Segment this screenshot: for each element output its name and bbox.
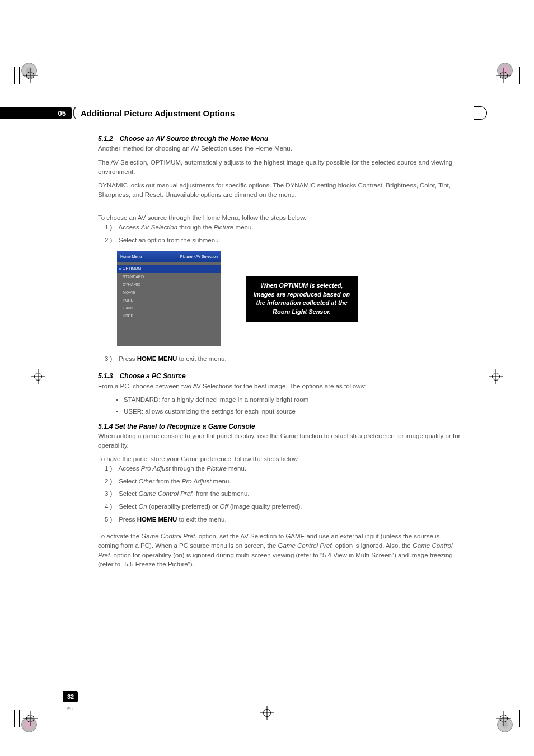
- menu-breadcrumb: Picture › AV Selection: [180, 254, 218, 260]
- step-text: to exit the menu.: [177, 355, 226, 362]
- chapter-number: 05: [58, 109, 66, 118]
- body-text: When adding a game console to your flat …: [98, 431, 462, 450]
- step-text: Press: [119, 355, 137, 362]
- bullet-item: STANDARD: for a highly defined image in …: [116, 395, 462, 405]
- body-text: Game Control Pref.: [141, 533, 196, 539]
- step-text: Press: [119, 516, 137, 523]
- body-text: DYNAMIC locks out manual adjustments for…: [98, 181, 462, 199]
- step-text: menu.: [227, 465, 246, 472]
- body-text: To choose an AV source through the Home …: [98, 213, 462, 223]
- step-text: Select: [119, 490, 138, 497]
- step-text: Pro Adjust: [182, 478, 212, 485]
- section-heading: 5.1.3 Choose a PC Source: [98, 372, 462, 381]
- step-text: menu.: [211, 478, 231, 485]
- header-paren-icon: (: [72, 106, 76, 118]
- step-text: (operability preferred) or: [147, 503, 220, 510]
- page-number-tab: 32: [63, 691, 78, 702]
- step-text: On: [138, 503, 147, 510]
- menu-item: MOVIE: [117, 289, 221, 297]
- menu-title: Home Menu: [120, 254, 142, 260]
- bullet-item: USER: allows customizing the settings fo…: [116, 407, 462, 416]
- body-text: The AV Selection, OPTIMUM, automatically…: [98, 158, 462, 176]
- menu-item: OPTIMUM: [117, 265, 221, 273]
- menu-item: DYNAMIC: [117, 281, 221, 289]
- menu-item: PURE: [117, 297, 221, 304]
- step-item: 3 ) Select Game Control Pref. from the s…: [105, 489, 462, 499]
- registration-mark-icon: [236, 706, 298, 720]
- body-text: Game Control Pref.: [278, 542, 334, 549]
- step-text: Picture: [207, 465, 227, 472]
- callout-box: When OPTIMUM is selected, images are rep…: [246, 276, 358, 323]
- callout-text: the information collected at the: [252, 299, 351, 308]
- body-text: Another method for choosing an AV Select…: [98, 144, 462, 153]
- callout-text: When OPTIMUM is selected,: [252, 281, 351, 290]
- step-text: Select: [119, 503, 138, 510]
- chapter-title: Additional Picture Adjustment Options: [81, 109, 246, 118]
- step-item: 1 ) Access AV Selection through the Pict…: [105, 223, 462, 232]
- body-text: To activate the Game Control Pref. optio…: [98, 532, 462, 569]
- chapter-number-tab: 05: [0, 107, 72, 119]
- step-text: (image quality preferred).: [228, 503, 302, 510]
- step-text: menu.: [233, 224, 253, 231]
- step-text: from the submenu.: [194, 490, 249, 497]
- body-text: To activate the: [98, 533, 141, 539]
- menu-item: STANDARD: [117, 273, 221, 281]
- step-text: Select: [119, 478, 138, 485]
- step-item: 5 ) Press HOME MENU to exit the menu.: [105, 515, 462, 524]
- registration-mark-icon: [14, 67, 61, 84]
- callout-text: images are reproduced based on: [252, 290, 351, 299]
- body-text: option is ignored. Also, the: [334, 542, 413, 549]
- registration-mark-icon: [14, 710, 61, 727]
- step-text: HOME MENU: [137, 355, 177, 362]
- section-heading: 5.1.4 Set the Panel to Recognize a Game …: [98, 422, 462, 431]
- step-item: 1 ) Access Pro Adjust through the Pictur…: [105, 464, 462, 473]
- body-text: From a PC, choose between two AV Selecti…: [98, 382, 462, 391]
- menu-screenshot: Home Menu Picture › AV Selection OPTIMUM…: [117, 251, 221, 346]
- step-text: Pro Adjust: [141, 465, 172, 472]
- callout-text: Room Light Sensor.: [252, 308, 351, 317]
- header-cap-icon: [474, 106, 487, 120]
- step-text: Other: [138, 478, 154, 485]
- body-text: option for operability (on) is ignored d…: [98, 552, 453, 568]
- registration-mark-icon: [31, 369, 45, 384]
- step-item: 2 ) Select Other from the Pro Adjust men…: [105, 477, 462, 486]
- page-language: En: [67, 706, 73, 711]
- section-heading: 5.1.2 Choose an AV Source through the Ho…: [98, 134, 462, 144]
- registration-mark-icon: [473, 710, 520, 727]
- chapter-header: 05 ( Additional Picture Adjustment Optio…: [0, 106, 534, 120]
- step-text: HOME MENU: [137, 516, 177, 523]
- page-number: 32: [67, 693, 74, 700]
- step-item: 4 ) Select On (operability preferred) or…: [105, 502, 462, 511]
- menu-item: USER: [117, 312, 221, 320]
- step-text: Access: [119, 465, 141, 472]
- step-item: 2 ) Select an option from the submenu.: [105, 236, 462, 245]
- step-text: Picture: [214, 224, 234, 231]
- step-text: Off: [219, 503, 228, 510]
- step-text: to exit the menu.: [177, 516, 226, 523]
- step-text: Select an option from the submenu.: [119, 237, 221, 243]
- step-text: Game Control Pref.: [138, 490, 194, 497]
- step-text: AV Selection: [141, 224, 177, 231]
- registration-mark-icon: [489, 369, 503, 384]
- step-text: Access: [119, 224, 141, 231]
- menu-item: GAME: [117, 304, 221, 312]
- step-item: 3 ) Press HOME MENU to exit the menu.: [105, 354, 462, 364]
- step-text: through the: [177, 224, 214, 231]
- step-text: through the: [172, 465, 207, 472]
- step-text: from the: [154, 478, 182, 485]
- registration-mark-icon: [473, 67, 520, 84]
- body-text: To have the panel store your Game prefer…: [98, 454, 462, 464]
